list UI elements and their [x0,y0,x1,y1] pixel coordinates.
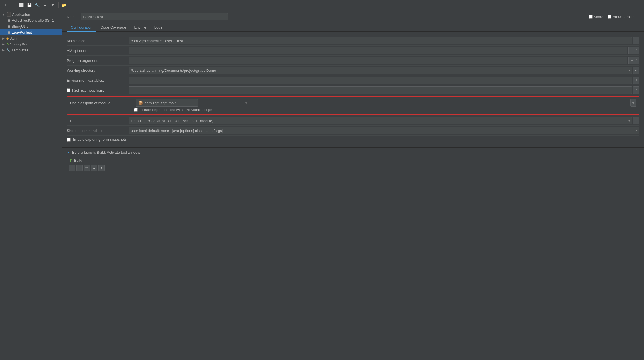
redirect-input-browse-button[interactable]: ↗ [633,86,639,94]
use-classpath-row: Use classpath of module: 📦 com.zqm.zqm.m… [70,99,636,107]
share-label[interactable]: Share [589,15,604,19]
main-class-field: ··· [129,37,639,44]
jre-browse-button[interactable]: ··· [633,117,639,124]
before-launch-build-item: ⬆ Build [67,157,639,164]
env-vars-expand-button[interactable]: ↗ [633,77,639,84]
allow-parallel-label[interactable]: Allow parallel r... [608,15,639,19]
sidebar-item-templates[interactable]: ▶ 🔧 Templates [0,47,62,53]
refect-icon: ▣ [7,19,10,23]
jre-row: JRE: Default (1.8 - SDK of 'com.zqm.zqm.… [67,116,639,126]
vm-options-expand-button[interactable]: ＋ ↗ [628,47,639,54]
sidebar-item-application[interactable]: ▼ ⬛ Application [0,11,62,18]
redirect-input-row: Redirect input from: ↗ [67,85,639,95]
sidebar: ▼ ⬛ Application ▣ RefectTestController$G… [0,10,62,360]
launch-edit-button[interactable]: ✏ [84,165,90,171]
env-vars-label: Environment variables: [67,78,129,83]
include-deps-label: Include dependencies with [139,108,183,112]
vm-options-label: VM options: [67,49,129,53]
tab-configuration[interactable]: Configuration [67,23,96,32]
working-dir-input[interactable] [129,67,632,74]
env-vars-row: Environment variables: ↗ [67,75,639,85]
redirect-input-checkbox[interactable] [67,88,70,92]
env-vars-field: ↗ [129,77,639,84]
form-area: Main class: ··· VM options: ＋ ↗ Program … [62,32,644,147]
provided-scope-label: "Provided" scope [184,108,212,112]
vm-options-row: VM options: ＋ ↗ [67,46,639,56]
redirect-input-field: ↗ [129,86,639,94]
before-launch-arrow-icon[interactable]: ▼ [67,151,70,154]
jre-select[interactable]: Default (1.8 - SDK of 'com.zqm.zqm.main'… [129,117,632,124]
templates-icon: 🔧 [6,48,10,52]
settings-button[interactable]: 🔧 [34,2,40,8]
sidebar-item-label-easy-poi: EasyPoiTest [12,30,32,34]
classpath-dropdown-button[interactable]: ▾ [630,99,636,107]
include-dependencies-row: Include dependencies with "Provided" sco… [70,107,636,112]
redirect-input-label: Redirect input from: [67,88,129,92]
allow-parallel-checkbox[interactable] [608,15,611,19]
program-args-expand-button[interactable]: ＋ ↗ [628,57,639,64]
sidebar-item-easy-poi-test[interactable]: ▣ EasyPoiTest [0,29,62,35]
name-input[interactable] [81,13,228,20]
sort-button[interactable]: ↕ [69,2,75,8]
working-dir-browse-button[interactable]: ··· [633,67,639,74]
string-utils-icon: ▣ [7,25,10,29]
program-args-input[interactable] [129,57,627,64]
arrow-templates: ▶ [2,49,5,52]
working-dir-row: Working directory: ··· [67,66,639,75]
sidebar-item-junit[interactable]: ▶ ◆ JUnit [0,35,62,41]
sidebar-item-spring-boot[interactable]: ▶ ✿ Spring Boot [0,41,62,47]
launch-remove-button[interactable]: － [76,165,83,171]
sidebar-item-label-string-utils: StringUtils [12,24,28,29]
working-dir-field: ··· [129,67,639,74]
spring-icon: ✿ [6,42,9,46]
module-icon: 📦 [138,101,143,105]
module-name: com.zqm.zqm.main [145,101,177,105]
main-class-browse-button[interactable]: ··· [633,37,639,44]
vm-options-input[interactable] [129,47,627,54]
remove-config-button[interactable]: － [10,2,16,8]
shorten-cmd-select[interactable]: user-local default: none - java [options… [129,127,639,134]
share-checkbox[interactable] [589,15,593,19]
build-icon: ⬆ [69,158,72,162]
sidebar-item-label-spring-boot: Spring Boot [10,42,29,46]
launch-down-button[interactable]: ▼ [98,165,105,171]
tab-logs[interactable]: Logs [150,23,166,32]
shorten-cmd-label: Shorten command line: [67,129,129,133]
sidebar-item-label-templates: Templates [12,48,28,52]
env-vars-input[interactable] [129,77,632,84]
shorten-cmd-row: Shorten command line: user-local default… [67,126,639,136]
save-config-button[interactable]: 💾 [26,2,32,8]
content-panel: Name: Share Allow parallel r... Configur… [62,10,644,360]
sidebar-item-refect-test[interactable]: ▣ RefectTestController$GT1 [0,18,62,23]
tab-envfile[interactable]: EnvFile [130,23,150,32]
before-launch-title: Before launch: Build, Activate tool wind… [72,150,140,155]
before-launch-section: ▼ Before launch: Build, Activate tool wi… [62,147,644,174]
before-launch-header: ▼ Before launch: Build, Activate tool wi… [67,150,639,155]
main-container: ▼ ⬛ Application ▣ RefectTestController$G… [0,10,644,360]
jre-field: Default (1.8 - SDK of 'com.zqm.zqm.main'… [129,117,639,124]
copy-config-button[interactable]: ⬜ [18,2,24,8]
sidebar-item-string-utils[interactable]: ▣ StringUtils [0,23,62,29]
jre-label: JRE: [67,119,129,123]
easy-poi-icon: ▣ [7,31,10,34]
module-display[interactable]: 📦 com.zqm.zqm.main [136,99,198,107]
redirect-input-input[interactable] [129,86,632,94]
add-config-button[interactable]: ＋ [2,2,8,8]
move-down-button[interactable]: ▼ [50,2,56,8]
working-dir-label: Working directory: [67,68,129,73]
launch-add-button[interactable]: ＋ [69,165,75,171]
junit-icon: ◆ [6,36,9,40]
launch-up-button[interactable]: ▲ [91,165,97,171]
tab-code-coverage[interactable]: Code Coverage [96,23,130,32]
main-class-row: Main class: ··· [67,36,639,46]
program-args-row: Program arguments: ＋ ↗ [67,56,639,66]
main-class-input[interactable] [129,37,632,44]
move-up-button[interactable]: ▲ [42,2,48,8]
program-args-field: ＋ ↗ [129,57,639,64]
application-icon: ⬛ [6,12,11,17]
enable-snapshots-checkbox[interactable] [67,138,71,142]
enable-snapshots-label: Enable capturing form snapshots [73,137,127,142]
include-deps-checkbox[interactable] [134,108,138,112]
folder-button[interactable]: 📁 [61,2,67,8]
right-checks: Share Allow parallel r... [589,15,639,19]
